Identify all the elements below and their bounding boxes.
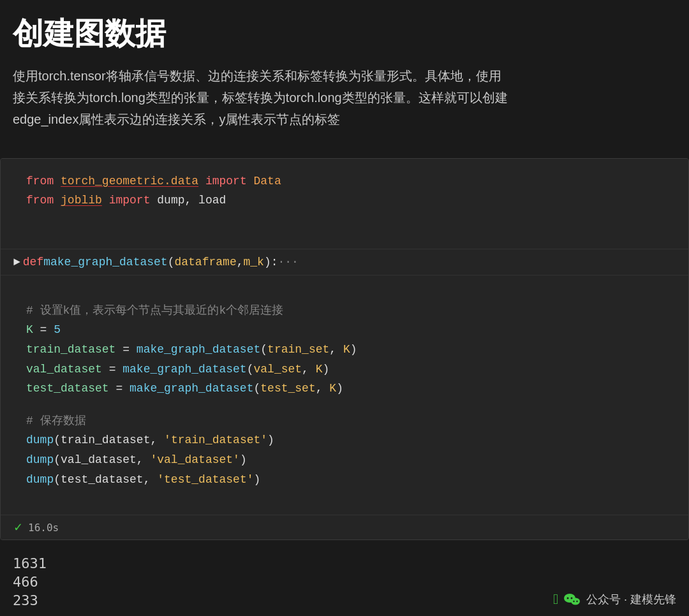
arg-train-set: train_set — [267, 340, 329, 360]
import-dump-load: dump, load — [157, 191, 226, 210]
code-block: from torch_geometric.data import Data fr… — [0, 158, 689, 541]
str-test-dataset: 'test_dataset' — [157, 470, 253, 490]
test-dataset-line: test_dataset = make_graph_dataset ( test… — [26, 379, 676, 399]
collapsed-dots: ··· — [278, 256, 299, 268]
call-dump-3: dump — [26, 470, 54, 490]
page-container: 创建图数据 使用torch.tensor将轴承信号数据、边的连接关系和标签转换为… — [0, 0, 689, 616]
module-torch-geometric: torch_geometric.data — [61, 172, 198, 191]
wechat-logo-icon — [563, 590, 581, 608]
func-name: make_graph_dataset — [43, 256, 167, 268]
function-def-line[interactable]: ► def make_graph_dataset ( dataframe , m… — [1, 249, 688, 275]
str-val-dataset: 'val_dataset' — [150, 450, 239, 470]
arg-val-dataset-1: val_dataset — [61, 450, 137, 470]
call-make-graph-1: make_graph_dataset — [137, 340, 260, 360]
call-dump-2: dump — [26, 450, 54, 470]
arg-k-2: K — [316, 360, 323, 379]
keyword-from-2: from — [26, 191, 54, 210]
wechat-icon:  — [553, 591, 558, 608]
keyword-import-1: import — [205, 172, 247, 191]
dump-line-2: dump ( val_dataset , 'val_dataset' ) — [26, 450, 676, 470]
status-checkmark: ✓ — [13, 520, 23, 534]
dump-line-3: dump ( test_dataset , 'test_dataset' ) — [26, 470, 676, 490]
param-mk: m_k — [244, 256, 264, 268]
number-233: 233 — [13, 592, 47, 608]
brand-section:  公众号 · 建模先锋 — [553, 590, 676, 608]
number-1631: 1631 — [13, 555, 47, 571]
svg-point-1 — [567, 598, 568, 599]
comment-line-1: # 设置k值，表示每个节点与其最近的k个邻居连接 — [26, 301, 676, 321]
comment-line-2: # 保存数据 — [26, 411, 676, 431]
arg-k-3: K — [329, 379, 336, 399]
arg-test-dataset-1: test_dataset — [61, 470, 144, 490]
call-dump-1: dump — [26, 430, 54, 450]
str-train-dataset: 'train_dataset' — [164, 430, 267, 450]
k-assign-line: K = 5 — [26, 320, 676, 340]
svg-point-3 — [571, 598, 580, 605]
brand-text: 公众号 · 建模先锋 — [586, 592, 676, 607]
module-joblib: joblib — [61, 191, 102, 210]
import-line-1: from torch_geometric.data import Data — [26, 172, 676, 191]
description-text: 使用torch.tensor将轴承信号数据、边的连接关系和标签转换为张量形式。具… — [13, 65, 676, 130]
import-data-class: Data — [254, 172, 281, 191]
code-area-2: # 设置k值，表示每个节点与其最近的k个邻居连接 K = 5 train_dat… — [1, 275, 688, 515]
comment-2: # 保存数据 — [26, 411, 86, 431]
var-test-dataset: test_dataset — [26, 379, 109, 399]
dump-line-1: dump ( train_dataset , 'train_dataset' ) — [26, 430, 676, 450]
comment-1: # 设置k值，表示每个节点与其最近的k个邻居连接 — [26, 301, 283, 321]
call-make-graph-3: make_graph_dataset — [130, 379, 253, 399]
keyword-import-2: import — [109, 191, 151, 210]
keyword-def: def — [23, 256, 43, 268]
arg-test-set: test_set — [260, 379, 315, 399]
val-dataset-line: val_dataset = make_graph_dataset ( val_s… — [26, 360, 676, 379]
title-section: 创建图数据 使用torch.tensor将轴承信号数据、边的连接关系和标签转换为… — [0, 0, 689, 158]
var-train-dataset: train_dataset — [26, 340, 115, 360]
train-dataset-line: train_dataset = make_graph_dataset ( tra… — [26, 340, 676, 360]
bottom-section: 1631 466 233  公众号 · 建模先锋 — [0, 545, 689, 616]
svg-point-2 — [570, 598, 572, 599]
number-466: 466 — [13, 574, 47, 590]
bottom-numbers: 1631 466 233 — [13, 555, 47, 608]
page-title: 创建图数据 — [13, 15, 676, 52]
code-area: from torch_geometric.data import Data fr… — [1, 159, 688, 249]
arg-k-1: K — [343, 340, 350, 360]
param-dataframe: dataframe — [174, 256, 236, 268]
call-make-graph-2: make_graph_dataset — [122, 360, 246, 379]
arg-val-set: val_set — [253, 360, 302, 379]
svg-point-5 — [576, 601, 577, 602]
status-time: 16.0s — [28, 522, 59, 534]
num-5: 5 — [54, 320, 61, 340]
keyword-from-1: from — [26, 172, 54, 191]
svg-point-4 — [573, 601, 574, 602]
arg-train-dataset-1: train_dataset — [61, 430, 150, 450]
import-line-2: from joblib import dump, load — [26, 191, 676, 210]
status-bar: ✓ 16.0s — [1, 515, 688, 539]
var-k: K — [26, 320, 33, 340]
var-val-dataset: val_dataset — [26, 360, 102, 379]
collapse-arrow: ► — [13, 256, 20, 268]
